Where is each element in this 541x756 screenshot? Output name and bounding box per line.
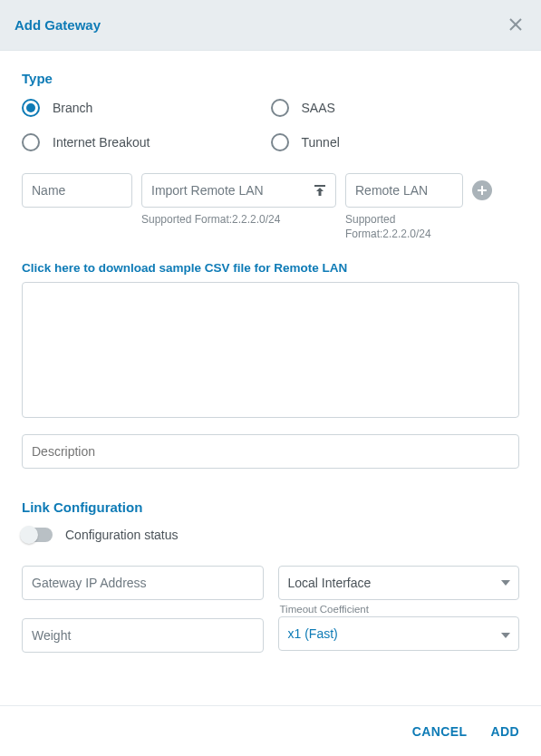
click-here-text: Click here <box>22 261 81 275</box>
description-input[interactable] <box>22 434 519 469</box>
dialog-content: Type Branch SAAS Internet Breakout Tunne… <box>0 51 541 705</box>
timeout-label: Timeout Coefficient <box>278 604 520 615</box>
config-status-row: Configuration status <box>22 528 519 542</box>
radio-icon <box>22 133 40 151</box>
weight-input[interactable] <box>22 618 264 653</box>
radio-label: Tunnel <box>302 135 340 150</box>
radio-label: Internet Breakout <box>53 135 150 150</box>
svg-rect-4 <box>478 189 487 191</box>
radio-label: SAAS <box>302 101 335 115</box>
timeout-value: x1 (Fast) <box>288 626 338 641</box>
download-sample-link[interactable]: Click here to download sample CSV file f… <box>22 261 519 275</box>
import-remote-lan-input[interactable] <box>141 173 336 208</box>
timeout-select[interactable]: x1 (Fast) <box>278 616 520 651</box>
remote-lan-hint: Supported Format:2.2.2.0/24 <box>345 213 463 241</box>
local-interface-placeholder: Local Interface <box>288 576 372 590</box>
local-interface-select[interactable]: Local Interface <box>278 566 520 600</box>
type-radio-group: Branch SAAS Internet Breakout Tunnel <box>22 99 519 168</box>
radio-icon <box>271 99 289 117</box>
add-submit-button[interactable]: ADD <box>490 724 519 739</box>
link-config-section: Link Configuration Configuration status … <box>22 499 519 653</box>
remote-lan-input[interactable] <box>345 173 463 208</box>
dialog-footer: CANCEL ADD <box>0 705 541 756</box>
radio-tunnel[interactable]: Tunnel <box>271 133 520 151</box>
radio-label: Branch <box>53 101 92 115</box>
config-status-toggle[interactable] <box>22 528 53 542</box>
dialog-title: Add Gateway <box>14 17 101 33</box>
import-hint: Supported Format:2.2.2.0/24 <box>141 213 336 228</box>
radio-icon <box>22 99 40 117</box>
name-input[interactable] <box>22 173 132 208</box>
csv-textarea[interactable] <box>22 282 519 418</box>
link-config-title: Link Configuration <box>22 499 519 515</box>
type-section-title: Type <box>22 71 519 86</box>
toggle-knob-icon <box>20 526 38 544</box>
dialog-header: Add Gateway <box>0 0 541 51</box>
close-icon[interactable] <box>505 12 527 39</box>
radio-branch[interactable]: Branch <box>22 99 271 117</box>
upload-icon[interactable] <box>313 173 327 208</box>
radio-icon <box>271 133 289 151</box>
cancel-button[interactable]: CANCEL <box>412 724 468 739</box>
gateway-ip-input[interactable] <box>22 566 264 600</box>
name-row: Supported Format:2.2.2.0/24 Supported Fo… <box>22 173 519 241</box>
radio-saas[interactable]: SAAS <box>271 99 520 117</box>
add-button[interactable] <box>472 180 492 200</box>
radio-internet-breakout[interactable]: Internet Breakout <box>22 133 271 151</box>
svg-rect-2 <box>314 185 325 187</box>
download-rest-text: to download sample CSV file for Remote L… <box>81 261 348 275</box>
config-status-label: Configuration status <box>65 528 179 542</box>
